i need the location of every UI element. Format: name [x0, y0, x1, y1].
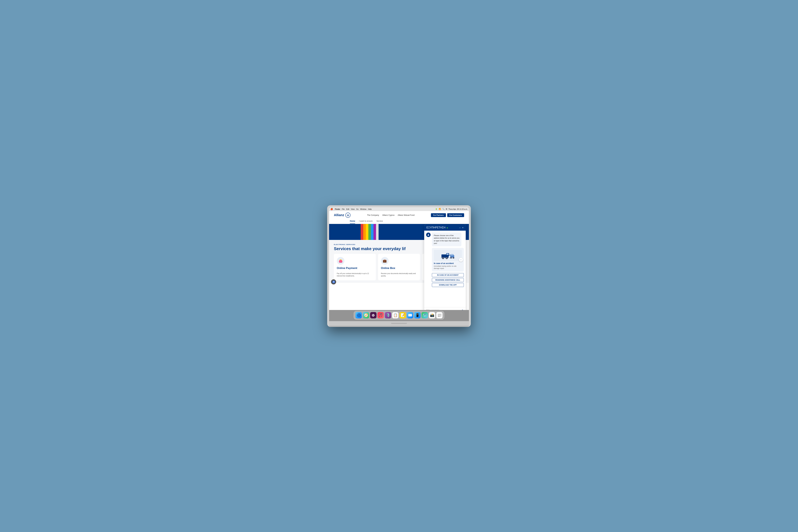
stripe-blue: [371, 224, 374, 240]
go-menu[interactable]: Go: [356, 208, 359, 210]
service-card-payment[interactable]: 👛 Online Payment Pay off your contract e…: [334, 254, 376, 280]
macbook-foot: [329, 326, 469, 327]
macbook-bottom-bezel: [329, 321, 469, 326]
stripe-purple: [374, 224, 376, 240]
nav-cta-buttons: For Partners For Customers: [431, 213, 464, 217]
chat-minimize-button[interactable]: –: [459, 226, 461, 229]
dock-podcasts[interactable]: 🎙️: [385, 312, 391, 319]
chat-title: ΕΞΥΠΗΡΕΤΗΣΗ: [426, 226, 448, 229]
chat-widget: ΕΞΥΠΗΡΕΤΗΣΗ – ×: [424, 225, 466, 310]
allianz-logo-circle: ◎: [345, 213, 350, 218]
menubar-items: File Edit View Go Window Help: [342, 208, 372, 210]
clock: Thurs Apr. 28 11:15 a.m.: [449, 208, 468, 210]
service-card-box[interactable]: 💼 Online Box Receive your documents elec…: [378, 254, 420, 280]
svg-point-17: [453, 258, 454, 258]
dock-safari[interactable]: 🧭: [363, 312, 369, 319]
chat-close-button[interactable]: ×: [462, 226, 463, 229]
chat-option-accident[interactable]: IN CASE OF AN ACCIDENT: [432, 273, 464, 277]
chat-header: ΕΞΥΠΗΡΕΤΗΣΗ – ×: [424, 225, 466, 231]
chat-status-dot: [447, 227, 448, 228]
browser-window: Allianz ◎ The Company Allianz Cyprus All…: [329, 211, 469, 310]
site-nav-bottom: Home I want to ensure Service: [334, 219, 464, 224]
for-customers-button[interactable]: For Customers: [447, 213, 464, 217]
dock-finder[interactable]: 🔵: [356, 312, 362, 319]
apple-menu-icon[interactable]: 🍎: [330, 208, 333, 210]
svg-point-10: [446, 258, 447, 259]
tab-i-want-to-ensure[interactable]: I want to ensure: [359, 219, 373, 224]
chat-next-arrow[interactable]: ›: [459, 258, 463, 262]
box-desc: Receive your documents electronically ea…: [381, 272, 417, 277]
hero-blue-bg: [334, 224, 361, 240]
stripe-green: [368, 224, 371, 240]
box-icon: 💼: [381, 257, 388, 265]
site-navigation: Allianz ◎ The Company Allianz Cyprus All…: [329, 211, 469, 224]
dock-reminders[interactable]: 📋: [392, 312, 399, 319]
macbook-screen: 🍎 Finder File Edit View Go Window Help 🔋…: [329, 207, 469, 321]
dock-music[interactable]: 🎵: [377, 312, 384, 319]
chat-agent-avatar: [426, 232, 431, 237]
chat-input-row: ➤: [424, 307, 466, 310]
the-company-link[interactable]: The Company: [367, 214, 379, 216]
payment-desc: Pay off your contract electronically in …: [337, 272, 373, 277]
stripe-orange: [363, 224, 366, 240]
dock-maps[interactable]: 🗺️: [421, 312, 428, 319]
allianz-mutual-fund-link[interactable]: Allianz Mutual Fund: [398, 214, 415, 216]
tab-home[interactable]: Home: [350, 219, 355, 224]
chat-header-controls: – ×: [459, 226, 463, 229]
payment-icon: 👛: [337, 257, 344, 265]
for-partners-button[interactable]: For Partners: [431, 213, 446, 217]
search-icon[interactable]: 🔍: [442, 208, 444, 210]
stripe-red: [361, 224, 363, 240]
site-nav-top: Allianz ◎ The Company Allianz Cyprus All…: [334, 211, 464, 219]
macbook-shell: 🍎 Finder File Edit View Go Window Help 🔋…: [327, 205, 471, 327]
chat-message-input[interactable]: [426, 309, 460, 310]
stripe-yellow: [366, 224, 368, 240]
chat-body[interactable]: Please choose one of the options below f…: [424, 231, 466, 307]
chat-title-text: ΕΞΥΠΗΡΕΤΗΣΗ: [426, 226, 445, 229]
dock-notes[interactable]: 📝: [399, 312, 406, 319]
payment-title: Online Payment: [337, 267, 373, 270]
allianz-logo: Allianz ◎: [334, 213, 350, 218]
svg-point-15: [451, 258, 451, 258]
dock-appstore[interactable]: 📱: [414, 312, 421, 319]
svg-rect-4: [446, 253, 449, 255]
tab-service[interactable]: Service: [377, 219, 383, 224]
macbook-hinge-notch: [391, 323, 407, 324]
file-menu[interactable]: File: [342, 208, 345, 210]
dock-news[interactable]: 📰: [436, 312, 442, 319]
nav-links: The Company Allianz Cyprus Allianz Mutua…: [367, 214, 415, 216]
control-center-icon[interactable]: ⊞: [446, 208, 447, 210]
accessibility-button[interactable]: ♿: [331, 279, 336, 284]
window-menu[interactable]: Window: [360, 208, 366, 210]
hero-graphic: [334, 224, 379, 240]
chat-card-image: [434, 250, 462, 261]
box-title: Online Box: [381, 267, 417, 270]
svg-point-0: [428, 234, 429, 235]
main-content: Learn More ELECTRONIC SERVICES Services …: [329, 224, 469, 310]
view-menu[interactable]: View: [351, 208, 355, 210]
dock-photos[interactable]: 📸: [429, 312, 435, 319]
svg-rect-13: [451, 254, 453, 255]
chat-message-bubble: Please choose one of the options below f…: [432, 232, 461, 246]
chat-card-subtitle: immediate towing and/or on-site damage r…: [434, 265, 462, 270]
stripe-grey: [376, 224, 379, 240]
chat-option-download[interactable]: DOWNLOAD THE APP: [432, 283, 464, 287]
allianz-text: Allianz: [334, 213, 344, 217]
help-menu[interactable]: Help: [368, 208, 372, 210]
dock-mail[interactable]: ✉️: [407, 312, 413, 319]
wifi-icon: 📶: [439, 208, 441, 210]
chat-send-button[interactable]: ➤: [462, 309, 464, 310]
edit-menu[interactable]: Edit: [346, 208, 349, 210]
hero-stripes: [361, 224, 379, 240]
menubar-right: 🔋 📶 🔍 ⊞ Thurs Apr. 28 11:15 a.m.: [435, 208, 468, 210]
dock-slack[interactable]: [370, 312, 377, 319]
battery-icon: 🔋: [435, 208, 437, 210]
dock: 🔵 🧭 🎵 🎙️ 📋 📝 ✉️ 📱 🗺️ 📸 📰: [354, 311, 444, 320]
chat-option-roadside[interactable]: ROADSIDE ASSISTANCE CALL: [432, 278, 464, 282]
allianz-cyprus-link[interactable]: Allianz Cyprus: [382, 214, 395, 216]
dock-container: 🔵 🧭 🎵 🎙️ 📋 📝 ✉️ 📱 🗺️ 📸 📰: [329, 310, 469, 321]
chat-message-row: Please choose one of the options below f…: [426, 232, 464, 246]
finder-label[interactable]: Finder: [335, 208, 340, 210]
chat-card-container: In case of an accident immediate towing …: [426, 248, 464, 271]
chat-options: IN CASE OF AN ACCIDENT ROADSIDE ASSISTAN…: [432, 273, 464, 287]
